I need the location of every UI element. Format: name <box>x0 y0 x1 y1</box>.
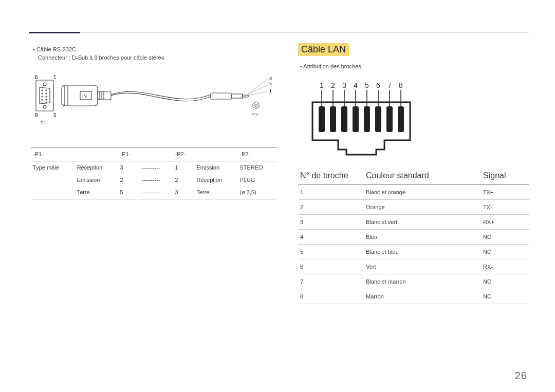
svg-point-10 <box>46 99 47 100</box>
pin-num: 7 <box>387 81 392 89</box>
rj45-diagram: 1 2 3 4 5 6 7 8 <box>298 79 529 162</box>
table-row: 3Blanc et vertRX+ <box>298 215 529 230</box>
p2-caption: -P2- <box>251 112 260 117</box>
table-row: 4BleuNC <box>298 230 529 245</box>
p1-caption: -P1- <box>39 120 48 125</box>
table-row: 6VertRX- <box>298 259 529 274</box>
svg-rect-0 <box>36 80 53 111</box>
pin-num: 4 <box>354 81 358 89</box>
svg-rect-21 <box>231 94 243 98</box>
lan-pin-table: N° de broche Couleur standard Signal 1Bl… <box>298 167 529 304</box>
top-horizontal-rule <box>29 32 529 32</box>
left-column: Câble RS-232C Connecteur : D-Sub à 9 bro… <box>31 26 278 304</box>
svg-rect-35 <box>319 106 325 132</box>
in-label: IN <box>82 94 87 99</box>
p1-label-6: 6 <box>35 74 38 80</box>
t1-h3 <box>139 148 173 161</box>
svg-rect-12 <box>62 85 98 106</box>
lan-section-title: Câble LAN <box>298 43 349 56</box>
svg-point-4 <box>42 93 43 94</box>
svg-rect-40 <box>375 106 381 132</box>
table-row: 2OrangeTX- <box>298 200 529 215</box>
table-row: -P1- -P1- -P2- -P2- <box>31 148 278 161</box>
svg-rect-39 <box>364 106 370 132</box>
svg-rect-41 <box>386 106 393 132</box>
page-content: Câble RS-232C Connecteur : D-Sub à 9 bro… <box>0 0 555 320</box>
t1-h0: -P1- <box>31 148 75 161</box>
table-row: Terre5----------3Terre(ø 3,5) <box>31 186 278 198</box>
t1-h4: -P2- <box>173 148 195 161</box>
t2-h2: Signal <box>481 167 529 185</box>
svg-line-22 <box>247 79 267 95</box>
svg-rect-20 <box>211 93 231 99</box>
rs232-bullet: Câble RS-232C <box>33 46 278 52</box>
p2-line-3: 3 <box>269 76 272 81</box>
table-row: Emission2----------2RéceptionPLUG <box>31 174 278 186</box>
table-row: 1Blanc et orangeTX+ <box>298 185 529 200</box>
t1-h2: -P1- <box>118 148 140 161</box>
table-row: 5Blanc et bleuNC <box>298 245 529 259</box>
t1-h6: -P2- <box>237 148 278 161</box>
pin-num: 5 <box>365 81 369 89</box>
svg-point-1 <box>43 83 46 86</box>
pin-num: 6 <box>376 81 380 89</box>
svg-line-23 <box>245 85 267 96</box>
svg-point-5 <box>42 96 43 97</box>
svg-point-9 <box>46 96 47 97</box>
svg-rect-38 <box>353 106 359 132</box>
lan-bullet: Attribution des broches <box>300 63 529 69</box>
svg-rect-37 <box>341 106 347 132</box>
p1-label-5: 5 <box>53 113 57 118</box>
rs232-cable-diagram: 6 1 9 5 -P1- IN <box>31 70 278 138</box>
svg-point-2 <box>43 105 46 108</box>
right-column: Câble LAN Attribution des broches 1 2 3 … <box>298 26 529 304</box>
pin-num: 2 <box>331 81 335 89</box>
svg-point-7 <box>46 90 47 91</box>
pin-num: 3 <box>342 81 346 89</box>
p2-line-1: 1 <box>269 88 272 94</box>
top-thick-rule <box>29 32 80 33</box>
svg-marker-25 <box>253 102 259 109</box>
rs232-pin-table: -P1- -P1- -P2- -P2- Type mâleRéception3-… <box>31 147 278 199</box>
pin-num: 8 <box>399 81 403 89</box>
p1-label-9: 9 <box>35 113 38 118</box>
pin-num: 1 <box>320 81 324 89</box>
p1-label-1: 1 <box>53 74 57 80</box>
t1-h1 <box>75 148 118 161</box>
svg-rect-42 <box>398 106 404 132</box>
t1-h5 <box>194 148 237 161</box>
svg-line-24 <box>240 91 267 97</box>
svg-point-26 <box>255 104 257 107</box>
rs232-subtitle: Connecteur : D-Sub à 9 broches pour câbl… <box>38 54 278 61</box>
table-row: Type mâleRéception3----------1EmissionST… <box>31 161 278 174</box>
p2-line-2: 2 <box>269 82 272 87</box>
svg-point-11 <box>46 102 47 103</box>
svg-point-8 <box>46 93 47 94</box>
svg-rect-36 <box>330 106 336 132</box>
svg-point-6 <box>42 99 43 100</box>
svg-point-3 <box>42 90 43 91</box>
table-row: 8MarronNC <box>298 289 529 304</box>
page-number: 26 <box>515 370 527 382</box>
table-row: 7Blanc et marronNC <box>298 274 529 289</box>
t2-h0: N° de broche <box>298 167 364 185</box>
t2-h1: Couleur standard <box>364 167 481 185</box>
